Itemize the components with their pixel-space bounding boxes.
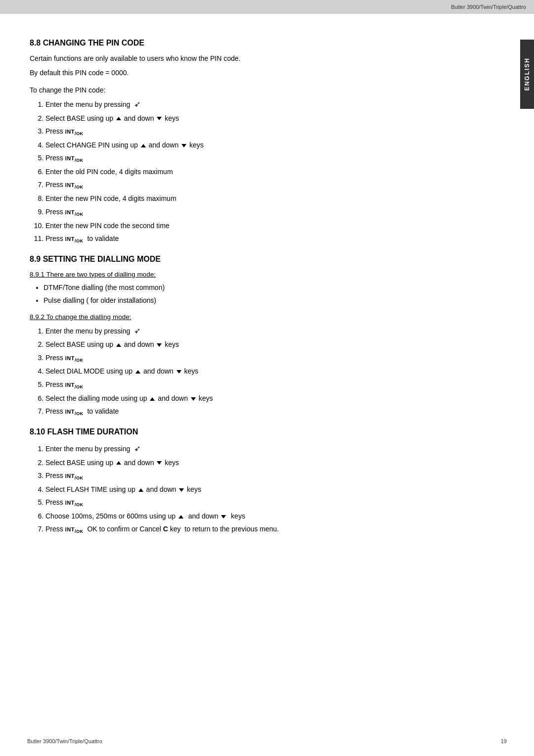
int-ok-label: INT/OK <box>65 155 84 161</box>
subsection-8-9-1-items: DTMF/Tone dialling (the most common) Pul… <box>44 282 493 306</box>
subsection-8-9-2-heading: 8.9.2 To change the dialling mode: <box>30 313 493 321</box>
main-content: 8.8 CHANGING THE PIN CODE Certain functi… <box>0 14 520 560</box>
arrow-up-icon <box>178 515 183 519</box>
arrow-up-icon <box>135 370 140 374</box>
header-brand: Butler 3900/Twin/Triple/Quattro <box>451 4 526 10</box>
arrow-up-icon <box>116 117 121 120</box>
cancel-c-label: C <box>163 525 168 533</box>
arrow-up-icon <box>141 144 146 147</box>
int-ok-label: INT/OK <box>65 526 84 532</box>
step-8-9-2-3: Press INT/OK <box>45 352 493 364</box>
section-8-8-label: To change the PIN code: <box>30 86 493 94</box>
step-8-8-8: Enter the new PIN code, 4 digits maximum <box>45 193 493 204</box>
arrow-up-icon <box>116 343 121 347</box>
step-8-8-2: Select BASE using up and down keys <box>45 113 493 124</box>
step-8-10-3: Press INT/OK <box>45 470 493 482</box>
menu-icon-3: ➶ <box>134 444 140 453</box>
section-8-9-2-steps: Enter the menu by pressing ➶ Select BASE… <box>45 325 493 418</box>
step-8-10-1: Enter the menu by pressing ➶ <box>45 442 493 455</box>
section-8-9: 8.9 SETTING THE DIALLING MODE 8.9.1 Ther… <box>30 255 493 418</box>
arrow-down-icon <box>157 343 162 347</box>
footer-page-number: 19 <box>501 738 507 744</box>
int-ok-label: INT/OK <box>65 473 84 479</box>
int-ok-label: INT/OK <box>65 355 84 361</box>
section-8-8-heading: 8.8 CHANGING THE PIN CODE <box>30 39 493 47</box>
arrow-down-icon <box>157 117 162 120</box>
step-8-9-2-7: Press INT/OK to validate <box>45 406 493 418</box>
bullet-dtmf: DTMF/Tone dialling (the most common) <box>44 282 493 293</box>
step-8-8-3: Press INT/OK <box>45 126 493 138</box>
step-8-10-7: Press INT/OK OK to confirm or Cancel C k… <box>45 523 493 535</box>
step-8-9-2-6: Select the dialling mode using up and do… <box>45 393 493 404</box>
step-8-8-6: Enter the old PIN code, 4 digits maximum <box>45 166 493 177</box>
int-ok-label: INT/OK <box>65 409 84 415</box>
step-8-9-2-1: Enter the menu by pressing ➶ <box>45 325 493 337</box>
step-8-8-11: Press INT/OK to validate <box>45 233 493 245</box>
arrow-down-icon <box>181 144 186 147</box>
arrow-down-icon <box>191 397 196 401</box>
step-8-8-5: Press INT/OK <box>45 152 493 164</box>
step-8-8-4: Select CHANGE PIN using up and down keys <box>45 140 493 150</box>
int-ok-label: INT/OK <box>65 182 84 188</box>
section-8-8: 8.8 CHANGING THE PIN CODE Certain functi… <box>30 39 493 245</box>
arrow-down-icon <box>221 515 226 519</box>
int-ok-label: INT/OK <box>65 500 84 506</box>
section-8-8-steps: Enter the menu by pressing ➶ Select BASE… <box>45 98 493 245</box>
subsection-8-9-2: 8.9.2 To change the dialling mode: Enter… <box>30 313 493 418</box>
page-container: Butler 3900/Twin/Triple/Quattro ENGLISH … <box>0 0 534 756</box>
page-footer: Butler 3900/Twin/Triple/Quattro 19 <box>0 738 534 744</box>
arrow-down-icon <box>177 370 181 374</box>
section-8-10-heading: 8.10 FLASH TIME DURATION <box>30 427 493 436</box>
step-8-8-1: Enter the menu by pressing ➶ <box>45 98 493 111</box>
step-8-8-7: Press INT/OK <box>45 179 493 191</box>
footer-brand: Butler 3900/Twin/Triple/Quattro <box>27 738 102 744</box>
arrow-up-icon <box>116 461 121 465</box>
step-8-8-10: Enter the new PIN code the second time <box>45 220 493 231</box>
language-label: ENGLISH <box>524 57 531 91</box>
step-8-9-2-2: Select BASE using up and down keys <box>45 339 493 350</box>
subsection-8-9-1: 8.9.1 There are two types of dialling mo… <box>30 271 493 306</box>
arrow-down-icon <box>179 488 184 492</box>
top-header: Butler 3900/Twin/Triple/Quattro <box>0 0 534 14</box>
step-8-9-2-5: Press INT/OK <box>45 379 493 391</box>
subsection-8-9-1-heading: 8.9.1 There are two types of dialling mo… <box>30 271 493 278</box>
step-8-10-4: Select FLASH TIME using up and down keys <box>45 484 493 495</box>
section-8-10-steps: Enter the menu by pressing ➶ Select BASE… <box>45 442 493 535</box>
step-8-10-5: Press INT/OK <box>45 497 493 509</box>
side-tab: ENGLISH <box>520 40 534 109</box>
step-8-10-6: Choose 100ms, 250ms or 600ms using up an… <box>45 511 493 521</box>
arrow-up-icon <box>150 397 155 401</box>
step-8-8-9: Press INT/OK <box>45 206 493 218</box>
int-ok-label: INT/OK <box>65 236 84 242</box>
arrow-down-icon <box>157 461 162 465</box>
section-8-10: 8.10 FLASH TIME DURATION Enter the menu … <box>30 427 493 535</box>
step-8-9-2-4: Select DIAL MODE using up and down keys <box>45 366 493 377</box>
menu-icon-1: ➶ <box>134 100 140 108</box>
section-8-8-intro-1: Certain functions are only available to … <box>30 53 493 64</box>
section-8-8-intro-2: By default this PIN code = 0000. <box>30 68 493 78</box>
step-8-10-2: Select BASE using up and down keys <box>45 457 493 468</box>
bullet-pulse: Pulse dialling ( for older installations… <box>44 295 493 306</box>
int-ok-label: INT/OK <box>65 209 84 215</box>
menu-icon-2: ➶ <box>134 327 140 335</box>
section-8-9-heading: 8.9 SETTING THE DIALLING MODE <box>30 255 493 264</box>
arrow-up-icon <box>138 488 143 492</box>
int-ok-label: INT/OK <box>65 129 84 135</box>
int-ok-label: INT/OK <box>65 382 84 388</box>
